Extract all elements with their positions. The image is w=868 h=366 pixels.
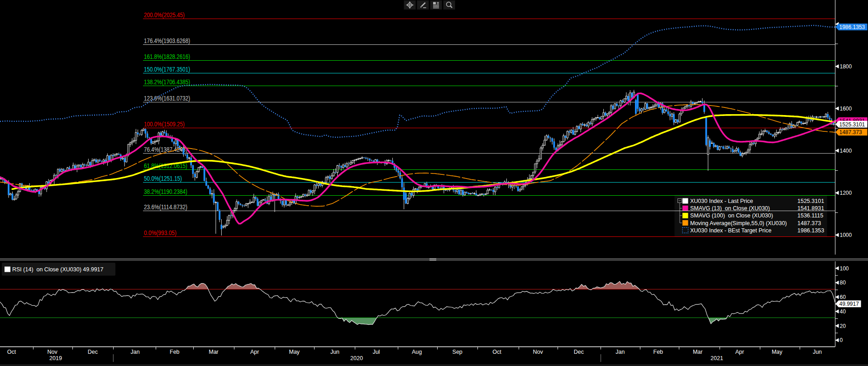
svg-text:Aug: Aug [412, 349, 422, 355]
svg-text:1400: 1400 [840, 148, 852, 154]
svg-text:2020: 2020 [350, 355, 363, 361]
svg-text:1487.373: 1487.373 [797, 220, 821, 226]
svg-text:Apr: Apr [735, 349, 744, 355]
svg-text:Nov: Nov [533, 349, 544, 355]
svg-text:May: May [772, 349, 782, 355]
svg-text:2019: 2019 [49, 355, 62, 361]
svg-text:1800: 1800 [840, 63, 852, 70]
svg-text:60: 60 [840, 294, 846, 300]
svg-text:38.2%(1190.2384): 38.2%(1190.2384) [144, 188, 187, 195]
svg-text:Jan: Jan [131, 349, 140, 355]
svg-text:Apr: Apr [250, 349, 259, 355]
svg-text:Dec: Dec [88, 349, 98, 355]
svg-text:May: May [289, 349, 300, 355]
svg-text:Oct: Oct [7, 349, 16, 355]
svg-text:1986.1353: 1986.1353 [797, 227, 824, 234]
svg-text:Jan: Jan [615, 349, 625, 355]
svg-text:XU030 Index - BEst Target Pric: XU030 Index - BEst Target Price [690, 227, 772, 234]
svg-text:RSI (14) on Close (XU030) 49.: RSI (14) on Close (XU030) 49.9917 [12, 266, 104, 273]
svg-text:0: 0 [840, 337, 843, 343]
svg-text:2021: 2021 [711, 355, 723, 361]
svg-text:Dec: Dec [574, 349, 584, 355]
svg-text:100: 100 [840, 265, 849, 272]
svg-text:23.6%(1114.8732): 23.6%(1114.8732) [144, 203, 187, 211]
svg-text:Sep: Sep [453, 349, 463, 355]
svg-text:Moving Average(Simple,55,0) (X: Moving Average(Simple,55,0) (XU030) [690, 220, 787, 226]
svg-text:1487.373: 1487.373 [839, 129, 862, 135]
svg-text:150.0%(1767.3501): 150.0%(1767.3501) [144, 65, 190, 73]
svg-text:49.9917: 49.9917 [839, 301, 859, 307]
svg-text:Feb: Feb [170, 349, 180, 355]
svg-text:1200: 1200 [840, 190, 852, 196]
svg-text:100.0%(1509.25): 100.0%(1509.25) [144, 120, 185, 128]
svg-text:1986.1353: 1986.1353 [839, 24, 865, 30]
svg-text:80: 80 [840, 279, 846, 286]
svg-text:1000: 1000 [840, 232, 852, 238]
svg-text:Oct: Oct [492, 349, 501, 355]
svg-text:Jul: Jul [372, 349, 380, 355]
svg-text:0.0%(993.05): 0.0%(993.05) [144, 229, 176, 236]
svg-text:1525.3101: 1525.3101 [797, 198, 824, 204]
svg-text:XU030 Index - Last Price: XU030 Index - Last Price [690, 198, 753, 204]
svg-text:138.2%(1706.4385): 138.2%(1706.4385) [144, 78, 190, 86]
svg-text:200.0%(2025.45): 200.0%(2025.45) [144, 11, 185, 19]
svg-text:1536.1115: 1536.1115 [797, 212, 823, 219]
svg-text:Jun: Jun [813, 349, 822, 355]
svg-text:123.6%(1631.0732): 123.6%(1631.0732) [144, 94, 190, 102]
svg-text:Jun: Jun [330, 349, 339, 355]
svg-text:1600: 1600 [840, 106, 852, 112]
svg-text:Mar: Mar [693, 349, 703, 355]
svg-text:Mar: Mar [209, 349, 219, 355]
svg-text:176.4%(1903.6268): 176.4%(1903.6268) [144, 37, 190, 44]
svg-text:Feb: Feb [653, 349, 663, 355]
svg-text:40: 40 [840, 308, 846, 315]
svg-text:161.8%(1828.2616): 161.8%(1828.2616) [144, 53, 190, 60]
svg-text:1525.3101: 1525.3101 [839, 121, 865, 128]
svg-text:Nov: Nov [48, 349, 58, 355]
svg-text:SMAVG (100) on Close (XU030): SMAVG (100) on Close (XU030) [690, 212, 773, 219]
svg-text:50.0%(1251.15): 50.0%(1251.15) [144, 174, 182, 182]
svg-text:20: 20 [840, 323, 846, 329]
